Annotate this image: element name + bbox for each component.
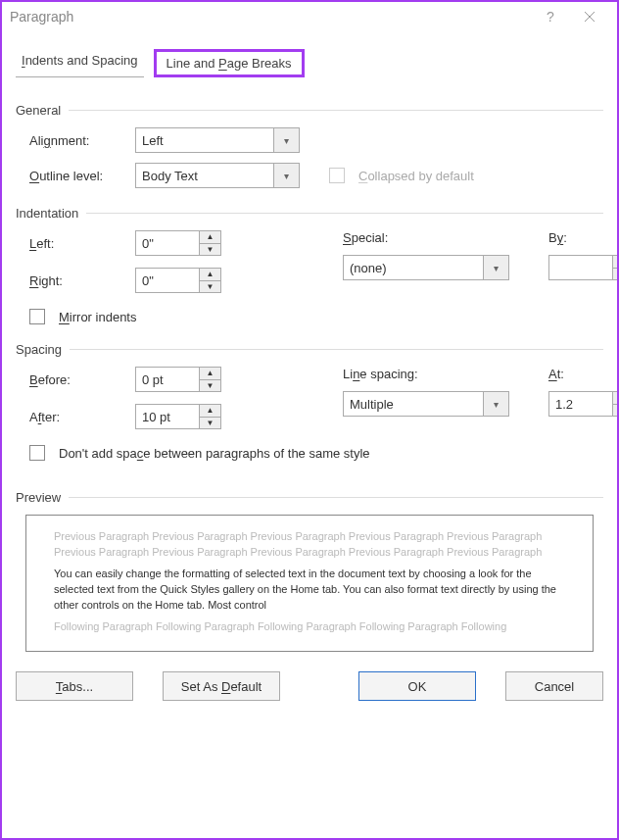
alignment-label: Alignment: — [29, 133, 127, 148]
spinner-up-icon[interactable]: ▲ — [200, 231, 220, 243]
preview-body: You can easily change the formatting of … — [54, 567, 565, 614]
tab-indents-spacing[interactable]: Indents and Spacing — [16, 49, 144, 77]
preview-previous: Previous Paragraph Previous Paragraph Pr… — [54, 529, 565, 561]
button-bar: Tabs... Set As Default OK Cancel — [2, 652, 617, 715]
collapsed-label: Collapsed by default — [358, 169, 474, 183]
after-spinner[interactable]: 10 pt ▲▼ — [135, 404, 221, 429]
collapsed-checkbox — [329, 168, 345, 183]
spinner-down-icon[interactable]: ▼ — [613, 268, 619, 280]
line-spacing-select[interactable]: Multiple ▾ — [343, 391, 509, 417]
dialog-title: Paragraph — [10, 9, 531, 25]
spinner-down-icon[interactable]: ▼ — [200, 280, 220, 293]
section-indentation: Indentation — [16, 206, 603, 221]
spinner-up-icon[interactable]: ▲ — [200, 368, 220, 379]
spinner-down-icon[interactable]: ▼ — [200, 379, 220, 392]
preview-following: Following Paragraph Following Paragraph … — [54, 619, 565, 635]
chevron-down-icon[interactable]: ▾ — [273, 164, 299, 187]
spinner-down-icon[interactable]: ▼ — [200, 243, 220, 256]
section-spacing: Spacing — [16, 342, 603, 357]
dont-add-space-checkbox[interactable] — [29, 445, 45, 461]
set-default-button[interactable]: Set As Default — [163, 671, 280, 701]
indent-left-spinner[interactable]: 0" ▲▼ — [135, 230, 221, 256]
cancel-button[interactable]: Cancel — [505, 671, 603, 701]
by-spinner[interactable]: ▲▼ — [548, 255, 619, 280]
chevron-down-icon[interactable]: ▾ — [483, 392, 508, 416]
by-label: By: — [548, 230, 619, 245]
tab-line-page-breaks[interactable]: Line and Page Breaks — [154, 49, 305, 77]
line-spacing-label: Line spacing: — [343, 367, 519, 381]
spinner-up-icon[interactable]: ▲ — [613, 256, 619, 268]
dont-add-space-label: Don't add space between paragraphs of th… — [59, 446, 370, 461]
at-label: At: — [548, 367, 619, 381]
before-spinner[interactable]: 0 pt ▲▼ — [135, 367, 221, 392]
spinner-down-icon[interactable]: ▼ — [200, 417, 220, 429]
titlebar: Paragraph ? — [2, 2, 617, 31]
special-select[interactable]: (none) ▾ — [343, 255, 509, 280]
spinner-down-icon[interactable]: ▼ — [613, 404, 619, 417]
help-button[interactable]: ? — [531, 2, 570, 31]
preview-box: Previous Paragraph Previous Paragraph Pr… — [25, 515, 594, 652]
at-spinner[interactable]: 1.2 ▲▼ — [548, 391, 619, 417]
spinner-up-icon[interactable]: ▲ — [613, 392, 619, 404]
indent-left-label: Left: — [29, 236, 127, 251]
indent-right-spinner[interactable]: 0" ▲▼ — [135, 268, 221, 293]
section-preview: Preview — [16, 490, 603, 505]
before-label: Before: — [29, 372, 127, 387]
special-label: Special: — [343, 230, 519, 245]
after-label: After: — [29, 410, 127, 424]
ok-button[interactable]: OK — [358, 671, 476, 701]
tabs-button[interactable]: Tabs... — [16, 671, 133, 701]
spinner-up-icon[interactable]: ▲ — [200, 405, 220, 417]
outline-level-label: Outline level: — [29, 169, 127, 183]
indent-right-label: Right: — [29, 273, 127, 288]
chevron-down-icon[interactable]: ▾ — [483, 256, 508, 279]
outline-level-select[interactable]: Body Text ▾ — [135, 163, 300, 188]
alignment-select[interactable]: Left ▾ — [135, 127, 300, 153]
mirror-indents-checkbox[interactable] — [29, 309, 45, 324]
chevron-down-icon[interactable]: ▾ — [273, 128, 299, 152]
mirror-indents-label: Mirror indents — [59, 310, 136, 324]
tab-bar: Indents and Spacing Line and Page Breaks — [2, 31, 617, 77]
close-button[interactable] — [570, 2, 609, 31]
section-general: General — [16, 103, 603, 118]
spinner-up-icon[interactable]: ▲ — [200, 269, 220, 280]
